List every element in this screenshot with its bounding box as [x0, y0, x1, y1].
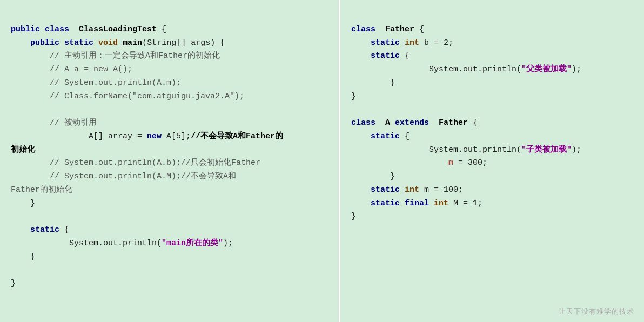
comment4: // Class.forName("com.atguigu.java2.A"); — [50, 92, 244, 101]
comment-bold2: 初始化 — [11, 145, 35, 155]
class-name: ClassLoadingTest — [74, 25, 157, 34]
str-child-load: "子类被加载" — [521, 145, 572, 155]
class-father: Father — [380, 25, 414, 34]
comment1: // 主动引用：一定会导致A和Father的初始化 — [50, 51, 220, 61]
class-father-ref: Father — [434, 118, 468, 128]
kw-public: public — [11, 25, 40, 34]
method-main: main — [123, 38, 142, 48]
comment5: // 被动引用 — [50, 118, 97, 128]
left-code-block: public class ClassLoadingTest { public s… — [11, 10, 328, 304]
left-code-panel: public class ClassLoadingTest { public s… — [0, 0, 340, 322]
kw-public2: public — [30, 38, 59, 48]
class-a: A — [380, 118, 390, 128]
comment3: // System.out.println(A.m); — [50, 78, 181, 88]
kw-void: void — [98, 38, 118, 48]
var-m-assign: m — [390, 158, 453, 167]
comment2: // A a = new A(); — [50, 65, 132, 74]
comment6: // System.out.println(A.b);//只会初始化Father — [50, 158, 260, 167]
str-main: "main所在的类" — [162, 239, 223, 248]
kw-static2: static — [30, 225, 59, 234]
right-code-panel: class Father { static int b = 2; static … — [340, 0, 644, 322]
watermark: 让天下没有难学的技术 — [559, 307, 634, 317]
right-code-block: class Father { static int b = 2; static … — [351, 10, 633, 237]
str-father-load: "父类被加载" — [521, 65, 572, 74]
comment7: // System.out.println(A.M);//不会导致A和 — [50, 172, 236, 181]
comment8: Father的初始化 — [11, 185, 72, 194]
kw-static: static — [64, 38, 93, 48]
comment-bold1: //不会导致A和Father的 — [191, 132, 283, 141]
kw-class: class — [45, 25, 69, 34]
